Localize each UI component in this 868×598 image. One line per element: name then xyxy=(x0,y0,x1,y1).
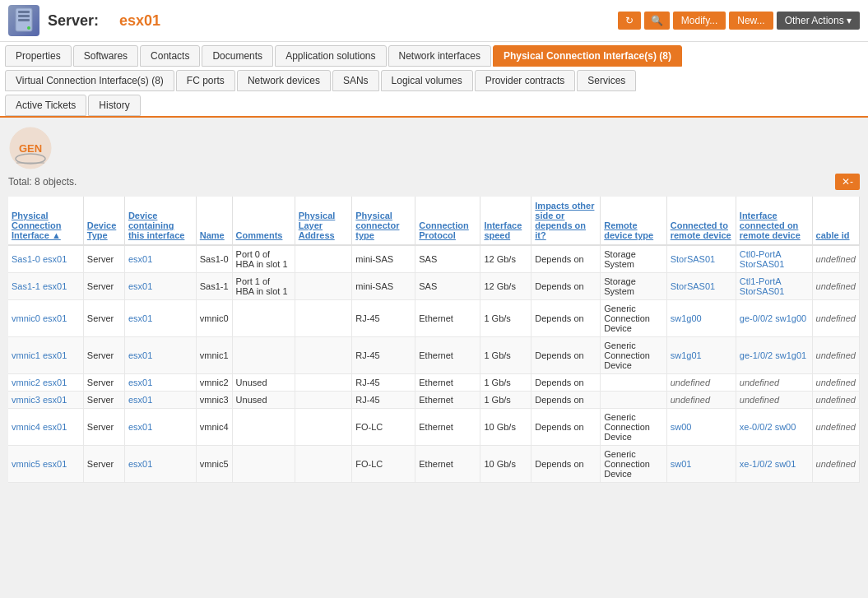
search-button[interactable]: 🔍 xyxy=(644,12,670,30)
modify-button[interactable]: Modify... xyxy=(673,12,726,30)
cell-device_containing: esx01 xyxy=(124,273,196,300)
cell-physical_layer xyxy=(295,374,352,392)
server-icon xyxy=(8,5,39,36)
cell-interface_speed: 1 Gb/s xyxy=(480,300,531,337)
cell-interface_speed: 1 Gb/s xyxy=(480,337,531,374)
tab-virtual-connection[interactable]: Virtual Connection Interface(s) (8) xyxy=(5,70,174,91)
col-connection_protocol[interactable]: Connection Protocol xyxy=(415,197,480,245)
col-device_containing[interactable]: Device containing this interface xyxy=(124,197,196,245)
tab-network-devices[interactable]: Network devices xyxy=(237,70,331,91)
tab-network-interfaces[interactable]: Network interfaces xyxy=(388,45,491,67)
new-button[interactable]: New... xyxy=(729,12,773,30)
tab-services[interactable]: Services xyxy=(577,70,636,91)
cell-device_containing: esx01 xyxy=(124,245,196,273)
cell-interface_speed: 10 Gb/s xyxy=(480,409,531,446)
col-pci[interactable]: Physical Connection Interface ▲ xyxy=(8,197,83,245)
table-row: Sas1-1 esx01Serveresx01Sas1-1Port 1 of H… xyxy=(8,273,860,300)
total-info: Total: 8 objects. ✕- xyxy=(8,174,860,190)
cell-interface_remote: ge-1/0/2 sw1g01 xyxy=(736,337,812,374)
table-row: vmnic2 esx01Serveresx01vmnic2UnusedRJ-45… xyxy=(8,374,860,392)
col-physical_layer[interactable]: Physical Layer Address xyxy=(295,197,352,245)
cell-impacts: Depends on xyxy=(531,245,601,273)
cell-cable_id: undefined xyxy=(812,446,859,483)
col-interface_speed[interactable]: Interface speed xyxy=(480,197,531,245)
tab-fc-ports[interactable]: FC ports xyxy=(176,70,235,91)
cell-physical_layer xyxy=(295,392,352,409)
col-cable_id[interactable]: cable id xyxy=(812,197,859,245)
tab-properties[interactable]: Properties xyxy=(5,45,72,67)
cell-cable_id: undefined xyxy=(812,409,859,446)
tab-application-solutions[interactable]: Application solutions xyxy=(275,45,386,67)
svg-rect-3 xyxy=(18,19,30,21)
col-interface_remote[interactable]: Interface connected on remote device xyxy=(736,197,812,245)
table-row: vmnic0 esx01Serveresx01vmnic0RJ-45Ethern… xyxy=(8,300,860,337)
cell-name: vmnic5 xyxy=(196,446,232,483)
tab-provider-contracts[interactable]: Provider contracts xyxy=(475,70,576,91)
col-connector_type[interactable]: Physical connector type xyxy=(352,197,415,245)
tab-sans[interactable]: SANs xyxy=(332,70,379,91)
tab-logical-volumes[interactable]: Logical volumes xyxy=(381,70,473,91)
tab-softwares[interactable]: Softwares xyxy=(73,45,138,67)
cell-pci: vmnic2 esx01 xyxy=(8,374,83,392)
main-content: GEN Total: 8 objects. ✕- Physical Connec… xyxy=(0,118,868,491)
cell-connection_protocol: Ethernet xyxy=(415,446,480,483)
col-connected_remote[interactable]: Connected to remote device xyxy=(666,197,736,245)
cell-interface_remote: xe-0/0/2 sw00 xyxy=(736,409,812,446)
cell-interface_remote: undefined xyxy=(736,374,812,392)
cell-interface_speed: 1 Gb/s xyxy=(480,374,531,392)
cell-device_type: Server xyxy=(83,300,124,337)
table-row: vmnic3 esx01Serveresx01vmnic3UnusedRJ-45… xyxy=(8,392,860,409)
cell-cable_id: undefined xyxy=(812,374,859,392)
tab-active-tickets[interactable]: Active Tickets xyxy=(5,95,86,116)
col-name[interactable]: Name xyxy=(196,197,232,245)
cell-connected_remote: sw01 xyxy=(666,446,736,483)
cell-physical_layer xyxy=(295,245,352,273)
other-actions-button[interactable]: Other Actions ▾ xyxy=(777,12,860,30)
cell-interface_remote: ge-0/0/2 sw1g00 xyxy=(736,300,812,337)
table-row: vmnic5 esx01Serveresx01vmnic5FO-LCEthern… xyxy=(8,446,860,483)
cell-connected_remote: sw00 xyxy=(666,409,736,446)
cell-interface_remote: undefined xyxy=(736,392,812,409)
cell-name: vmnic0 xyxy=(196,300,232,337)
cell-pci: Sas1-1 esx01 xyxy=(8,273,83,300)
table-row: Sas1-0 esx01Serveresx01Sas1-0Port 0 of H… xyxy=(8,245,860,273)
cell-pci: vmnic0 esx01 xyxy=(8,300,83,337)
cell-connected_remote: StorSAS01 xyxy=(666,273,736,300)
cell-connection_protocol: SAS xyxy=(415,273,480,300)
col-comments[interactable]: Comments xyxy=(232,197,295,245)
col-device_type[interactable]: Device Type xyxy=(83,197,124,245)
table-body: Sas1-0 esx01Serveresx01Sas1-0Port 0 of H… xyxy=(8,245,860,483)
export-button[interactable]: ✕- xyxy=(835,174,860,190)
tab-history[interactable]: History xyxy=(88,95,140,116)
cell-impacts: Depends on xyxy=(531,273,601,300)
cell-connected_remote: sw1g00 xyxy=(666,300,736,337)
cell-impacts: Depends on xyxy=(531,337,601,374)
cell-device_type: Server xyxy=(83,337,124,374)
tab-contacts[interactable]: Contacts xyxy=(140,45,200,67)
cell-remote_device_type: Generic Connection Device xyxy=(601,409,666,446)
cell-pci: Sas1-0 esx01 xyxy=(8,245,83,273)
cell-connected_remote: undefined xyxy=(666,374,736,392)
cell-comments: Port 1 of HBA in slot 1 xyxy=(232,273,295,300)
cell-pci: vmnic4 esx01 xyxy=(8,409,83,446)
cell-impacts: Depends on xyxy=(531,446,601,483)
cell-device_containing: esx01 xyxy=(124,337,196,374)
cell-physical_layer xyxy=(295,273,352,300)
cell-cable_id: undefined xyxy=(812,245,859,273)
cell-impacts: Depends on xyxy=(531,409,601,446)
cell-name: vmnic3 xyxy=(196,392,232,409)
cell-device_type: Server xyxy=(83,392,124,409)
tab-physical-connection[interactable]: Physical Connection Interface(s) (8) xyxy=(493,45,682,67)
cell-connection_protocol: Ethernet xyxy=(415,300,480,337)
cell-impacts: Depends on xyxy=(531,374,601,392)
svg-rect-1 xyxy=(18,11,30,13)
tab-documents[interactable]: Documents xyxy=(202,45,273,67)
col-impacts[interactable]: Impacts other side or depends on it? xyxy=(531,197,601,245)
cell-device_containing: esx01 xyxy=(124,392,196,409)
gen-logo: GEN xyxy=(8,126,860,174)
cell-interface_speed: 10 Gb/s xyxy=(480,446,531,483)
refresh-button[interactable]: ↻ xyxy=(618,12,641,30)
cell-connection_protocol: Ethernet xyxy=(415,392,480,409)
col-remote_device_type[interactable]: Remote device type xyxy=(601,197,666,245)
cell-cable_id: undefined xyxy=(812,392,859,409)
